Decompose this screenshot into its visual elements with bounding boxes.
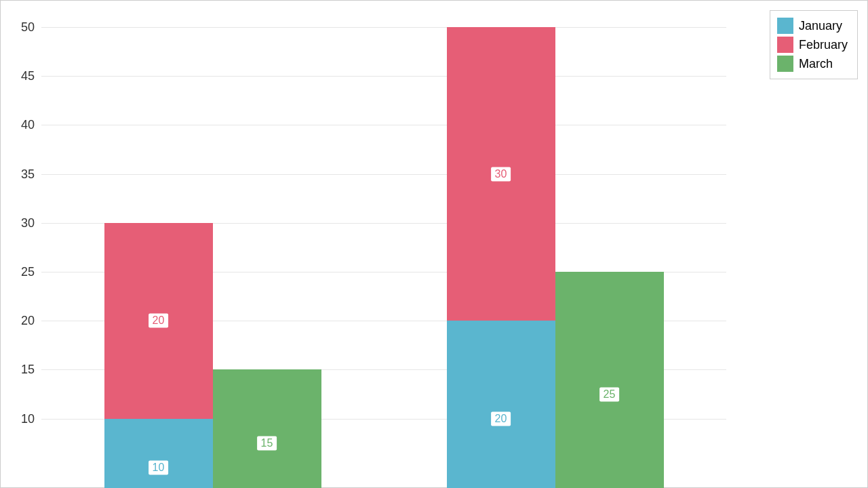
legend: JanuaryFebruaryMarch [770, 10, 858, 79]
y-tick-label: 40 [21, 118, 35, 132]
legend-item[interactable]: March [777, 54, 848, 73]
legend-label: March [799, 57, 833, 71]
y-tick-label: 50 [21, 20, 35, 34]
legend-swatch [777, 37, 793, 53]
bar-value-label: 25 [599, 387, 620, 401]
plot-area: 101520253035404550Section1102015Section2… [41, 7, 726, 448]
legend-item[interactable]: January [777, 16, 848, 35]
bar-value-label: 30 [491, 167, 511, 181]
bar-value-label: 20 [491, 411, 511, 426]
y-tick-label: 35 [21, 167, 35, 181]
legend-item[interactable]: February [777, 35, 848, 54]
grid-line [41, 27, 726, 28]
y-tick-label: 30 [21, 216, 35, 230]
y-tick-label: 45 [21, 69, 35, 83]
legend-swatch [777, 56, 793, 72]
legend-label: February [799, 38, 848, 52]
chart-container: 101520253035404550Section1102015Section2… [0, 0, 868, 488]
y-tick-label: 15 [21, 363, 35, 377]
bar-segment[interactable]: 30 [447, 27, 555, 321]
bar-segment[interactable]: 20 [447, 321, 555, 488]
grid-line [41, 125, 726, 125]
bar-segment[interactable]: 25 [555, 272, 664, 488]
y-tick-label: 25 [21, 265, 35, 279]
bar-segment[interactable]: 20 [104, 223, 213, 419]
bar-segment[interactable]: 15 [213, 369, 321, 488]
bar-value-label: 10 [149, 460, 169, 474]
y-tick-label: 20 [21, 314, 35, 328]
legend-swatch [777, 18, 793, 34]
grid-line [41, 174, 726, 175]
bar-value-label: 15 [257, 436, 277, 450]
legend-label: January [799, 19, 842, 33]
bar-segment[interactable]: 10 [104, 419, 213, 488]
y-tick-label: 10 [21, 411, 35, 426]
grid-line [41, 76, 726, 77]
bar-value-label: 20 [149, 314, 169, 328]
